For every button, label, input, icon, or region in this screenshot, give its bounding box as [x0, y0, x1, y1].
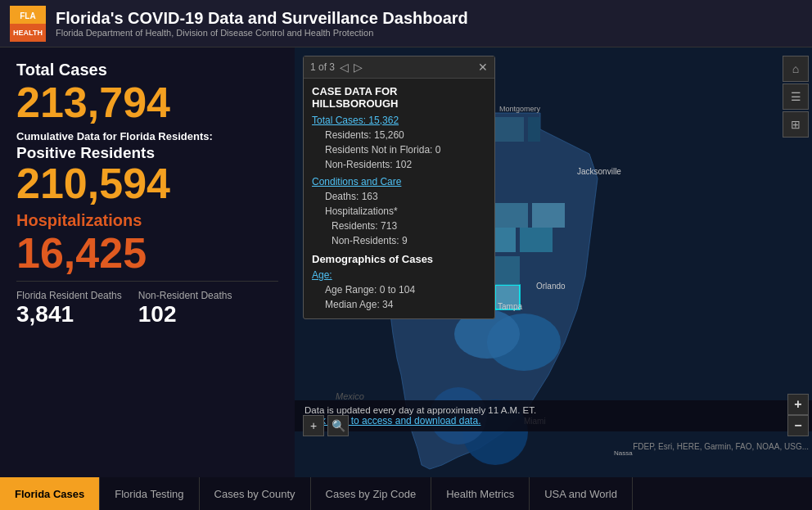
health-logo: FLA HEALTH [10, 6, 46, 42]
popup-residents-not-fl: Residents Not in Florida: 0 [325, 142, 486, 157]
resident-deaths-value: 3,841 [16, 301, 122, 327]
app-subtitle: Florida Department of Health, Division o… [56, 28, 468, 38]
map-toolbar: ⌂ ☰ ⊞ [783, 56, 809, 138]
svg-rect-15 [520, 228, 553, 252]
popup-hosp-nonresidents: Non-Residents: 9 [332, 233, 486, 248]
popup-prev-btn[interactable]: ◁ [340, 61, 349, 74]
popup-deaths: Deaths: 163 [325, 189, 486, 204]
deaths-row: Florida Resident Deaths 3,841 Non-Reside… [16, 281, 278, 327]
hospitalizations-label: Hospitalizations [16, 211, 278, 230]
update-text: Data is updated every day at approximate… [304, 405, 802, 415]
map-info-overlay: Data is updated every day at approximate… [295, 400, 812, 431]
map-small-controls: + 🔍 [303, 415, 349, 436]
popup-age-header[interactable]: Age: [312, 269, 486, 281]
hospitalizations-value: 16,425 [16, 232, 278, 274]
map-attribution: FDEP, Esri, HERE, Garmin, FAO, NOAA, USG… [633, 442, 809, 451]
svg-rect-23 [532, 203, 565, 228]
popup-hospitalizations: Hospitalizations* [325, 204, 486, 219]
map-location-btn[interactable]: + [303, 415, 324, 436]
svg-text:Tampa: Tampa [498, 302, 522, 311]
header: FLA HEALTH Florida's COVID-19 Data and S… [0, 0, 812, 47]
tab-florida-cases[interactable]: Florida Cases [0, 477, 100, 510]
popup-non-residents: Non-Residents: 102 [325, 157, 486, 172]
map-area[interactable]: Tallahassee Jacksonville Orlando Tampa M… [295, 47, 812, 477]
resident-deaths: Florida Resident Deaths 3,841 [16, 290, 122, 327]
popup-nav-count: 1 of 3 [310, 61, 335, 73]
svg-text:FLA: FLA [20, 11, 35, 20]
map-grid-btn[interactable]: ⊞ [783, 111, 809, 138]
county-popup: 1 of 3 ◁ ▷ ✕ CASE DATA FOR HILLSBOROUGH … [303, 56, 495, 319]
svg-text:HEALTH: HEALTH [13, 29, 43, 37]
map-zoom-controls: + − [787, 394, 809, 436]
zoom-out-btn[interactable]: − [787, 415, 809, 436]
total-cases-value: 213,794 [16, 81, 278, 124]
nonresident-deaths-value: 102 [138, 301, 232, 327]
tab-cases-by-county[interactable]: Cases by County [200, 477, 311, 510]
svg-text:Nassa: Nassa [614, 449, 633, 457]
app-title: Florida's COVID-19 Data and Surveillance… [56, 9, 468, 28]
tab-health-metrics[interactable]: Health Metrics [431, 477, 530, 510]
tab-bar: Florida Cases Florida Testing Cases by C… [0, 477, 812, 510]
svg-text:Orlando: Orlando [536, 282, 566, 291]
map-search-btn[interactable]: 🔍 [327, 415, 349, 436]
svg-rect-29 [528, 117, 540, 142]
nonresident-deaths: Non-Resident Deaths 102 [138, 290, 232, 327]
tab-cases-by-zip[interactable]: Cases by Zip Code [311, 477, 432, 510]
svg-rect-28 [491, 117, 524, 142]
popup-conditions-header[interactable]: Conditions and Care [312, 176, 486, 187]
popup-next-btn[interactable]: ▷ [354, 61, 363, 74]
popup-title: CASE DATA FOR HILLSBOROUGH [312, 85, 486, 110]
popup-median-age: Median Age: 34 [325, 297, 486, 312]
popup-age-range: Age Range: 0 to 104 [325, 282, 486, 297]
header-text: Florida's COVID-19 Data and Surveillance… [56, 9, 468, 38]
popup-total-cases-link[interactable]: Total Cases: 15,362 [312, 115, 486, 126]
zoom-in-btn[interactable]: + [787, 394, 809, 415]
nonresident-deaths-label: Non-Resident Deaths [138, 290, 232, 301]
positive-residents-value: 210,594 [16, 162, 278, 205]
cumulative-label: Cumulative Data for Florida Residents: [16, 130, 278, 142]
popup-nav: 1 of 3 ◁ ▷ [310, 61, 363, 74]
popup-hosp-residents: Residents: 713 [332, 219, 486, 233]
stats-panel: Total Cases 213,794 Cumulative Data for … [0, 47, 295, 477]
popup-header: 1 of 3 ◁ ▷ ✕ [304, 56, 494, 79]
tab-usa-world[interactable]: USA and World [530, 477, 633, 510]
popup-residents: Residents: 15,260 [325, 128, 486, 142]
popup-close-btn[interactable]: ✕ [478, 61, 488, 74]
resident-deaths-label: Florida Resident Deaths [16, 290, 122, 301]
popup-demographics-header: Demographics of Cases [312, 253, 486, 265]
svg-text:Jacksonville: Jacksonville [577, 167, 621, 176]
map-list-btn[interactable]: ☰ [783, 83, 809, 110]
total-cases-label: Total Cases [16, 61, 278, 79]
download-link[interactable]: Click here to access and download data. [304, 415, 802, 427]
svg-text:Montgomery: Montgomery [499, 105, 541, 113]
tab-florida-testing[interactable]: Florida Testing [100, 477, 199, 510]
map-home-btn[interactable]: ⌂ [783, 56, 809, 82]
popup-body: CASE DATA FOR HILLSBOROUGH Total Cases: … [304, 79, 494, 318]
svg-rect-22 [495, 203, 528, 228]
main-area: Total Cases 213,794 Cumulative Data for … [0, 47, 812, 477]
